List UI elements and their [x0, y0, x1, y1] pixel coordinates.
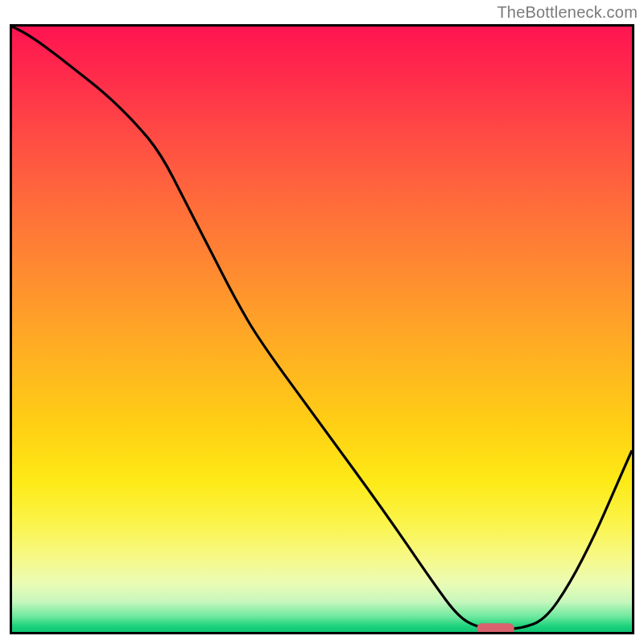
optimum-marker [477, 623, 514, 632]
bottleneck-curve [12, 27, 632, 629]
attribution-text: TheBottleneck.com [497, 3, 638, 22]
chart-svg [12, 27, 632, 632]
chart-box [10, 24, 634, 634]
